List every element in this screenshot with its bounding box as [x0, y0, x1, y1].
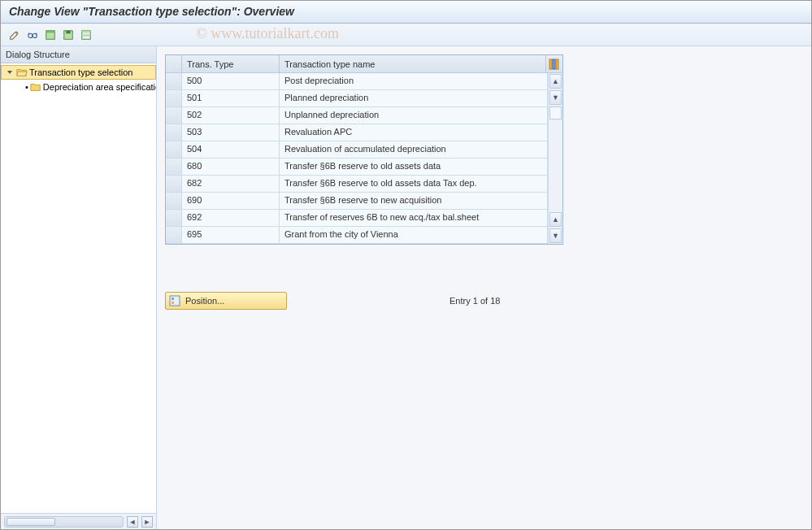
- window-title: Change View "Transaction type selection"…: [1, 1, 811, 24]
- svg-rect-8: [82, 34, 91, 37]
- svg-rect-7: [82, 30, 91, 33]
- cell-trans-type[interactable]: 692: [182, 210, 280, 226]
- table-row[interactable]: 692Transfer of reserves 6B to new acq./t…: [166, 210, 548, 227]
- row-selector[interactable]: [166, 107, 182, 124]
- row-selector[interactable]: [166, 159, 182, 175]
- dialog-structure-tree: Transaction type selection • Depreciatio…: [1, 63, 156, 513]
- cell-trans-name[interactable]: Transfer of reserves 6B to new acq./tax …: [280, 210, 548, 226]
- table-row[interactable]: 501Planned depreciation: [166, 90, 548, 107]
- entry-status: Entry 1 of 18: [449, 296, 500, 306]
- svg-rect-11: [556, 59, 558, 69]
- cell-trans-type[interactable]: 500: [182, 73, 280, 89]
- row-selector[interactable]: [166, 193, 182, 209]
- svg-point-0: [28, 33, 33, 37]
- svg-rect-14: [172, 302, 174, 304]
- select-all-header[interactable]: [166, 55, 182, 72]
- watermark: © www.tutorialkart.com: [196, 25, 339, 42]
- table-row[interactable]: 503Revaluation APC: [166, 124, 548, 141]
- tree-bullet: •: [25, 82, 28, 92]
- scroll-up-button-2[interactable]: ▲: [549, 212, 562, 227]
- svg-rect-9: [549, 59, 552, 69]
- cell-trans-name[interactable]: Unplanned depreciation: [280, 107, 548, 124]
- cell-trans-name[interactable]: Transfer §6B reserve to old assets data: [280, 159, 548, 175]
- table-row[interactable]: 695Grant from the city of Vienna: [166, 227, 548, 244]
- table-row[interactable]: 500Post depreciation: [166, 73, 548, 90]
- folder-icon: [30, 82, 41, 92]
- save-icon[interactable]: [61, 28, 76, 42]
- cell-trans-name[interactable]: Transfer §6B reserve to new acquisition: [280, 193, 548, 209]
- cell-trans-type[interactable]: 680: [182, 159, 280, 175]
- row-selector[interactable]: [166, 227, 182, 243]
- dialog-structure-header: Dialog Structure: [1, 46, 156, 63]
- cell-trans-name[interactable]: Transfer §6B reserve to old assets data …: [280, 176, 548, 192]
- bottom-controls: Position... Entry 1 of 18: [165, 292, 803, 310]
- row-selector[interactable]: [166, 141, 182, 158]
- scroll-left-button[interactable]: ◄: [127, 516, 138, 528]
- tree-node-depreciation-area[interactable]: • Depreciation area specification: [1, 80, 156, 94]
- svg-rect-12: [170, 296, 180, 306]
- svg-rect-13: [172, 298, 174, 300]
- glasses-icon[interactable]: [25, 28, 40, 42]
- svg-rect-5: [66, 30, 70, 33]
- table-vertical-scrollbar: ▲ ▼ ▲ ▼: [548, 73, 562, 244]
- cell-trans-type[interactable]: 501: [182, 90, 280, 106]
- select-block-icon[interactable]: [79, 28, 93, 42]
- change-icon[interactable]: [7, 28, 22, 42]
- svg-rect-10: [553, 59, 555, 69]
- position-icon: [169, 295, 180, 306]
- row-selector[interactable]: [166, 73, 182, 89]
- transaction-type-table: Trans. Type Transaction type name 500Pos…: [165, 54, 563, 245]
- table-row[interactable]: 504Revaluation of accumulated depreciati…: [166, 141, 548, 159]
- scrollbar-track[interactable]: [4, 516, 124, 528]
- select-all-icon[interactable]: [43, 28, 58, 42]
- cell-trans-name[interactable]: Revaluation of accumulated depreciation: [280, 141, 548, 158]
- main-area: Dialog Structure Transaction type select…: [1, 46, 811, 529]
- dialog-structure-panel: Dialog Structure Transaction type select…: [1, 46, 157, 529]
- expand-icon[interactable]: [5, 67, 15, 77]
- row-selector[interactable]: [166, 210, 182, 226]
- table-config-button[interactable]: [546, 55, 562, 72]
- table-row[interactable]: 502Unplanned depreciation: [166, 107, 548, 124]
- position-button-label: Position...: [185, 296, 224, 306]
- table-row[interactable]: 682Transfer §6B reserve to old assets da…: [166, 176, 548, 193]
- cell-trans-name[interactable]: Grant from the city of Vienna: [280, 227, 548, 243]
- tree-node-transaction-type-selection[interactable]: Transaction type selection: [1, 65, 156, 80]
- scroll-right-button[interactable]: ►: [141, 516, 153, 528]
- row-selector[interactable]: [166, 90, 182, 106]
- table-row[interactable]: 690Transfer §6B reserve to new acquisiti…: [166, 193, 548, 210]
- svg-rect-3: [46, 30, 55, 33]
- scroll-up-button[interactable]: ▲: [549, 74, 562, 89]
- row-selector[interactable]: [166, 124, 182, 141]
- col-header-trans-name[interactable]: Transaction type name: [280, 55, 546, 72]
- scroll-down-button-2[interactable]: ▼: [549, 228, 562, 243]
- toolbar: © www.tutorialkart.com: [1, 24, 811, 46]
- tree-node-label: Transaction type selection: [29, 67, 132, 77]
- table-header-row: Trans. Type Transaction type name: [166, 55, 562, 73]
- cell-trans-type[interactable]: 682: [182, 176, 280, 192]
- scroll-track[interactable]: [549, 120, 562, 211]
- cell-trans-name[interactable]: Revaluation APC: [280, 124, 548, 141]
- tree-node-label: Depreciation area specification: [43, 82, 156, 92]
- content-area: Trans. Type Transaction type name 500Pos…: [157, 46, 811, 529]
- col-header-trans-type[interactable]: Trans. Type: [182, 55, 280, 72]
- cell-trans-type[interactable]: 503: [182, 124, 280, 141]
- table-row[interactable]: 680Transfer §6B reserve to old assets da…: [166, 159, 548, 176]
- folder-open-icon: [16, 67, 28, 77]
- position-button[interactable]: Position...: [165, 292, 287, 310]
- scrollbar-thumb[interactable]: [7, 518, 55, 526]
- cell-trans-type[interactable]: 690: [182, 193, 280, 209]
- cell-trans-type[interactable]: 504: [182, 141, 280, 158]
- scroll-down-button[interactable]: ▼: [549, 90, 562, 105]
- cell-trans-name[interactable]: Post depreciation: [280, 73, 548, 89]
- tree-horizontal-scrollbar: ◄ ►: [1, 513, 156, 529]
- cell-trans-name[interactable]: Planned depreciation: [280, 90, 548, 106]
- scroll-thumb-box[interactable]: [549, 106, 562, 119]
- svg-point-1: [33, 33, 37, 37]
- row-selector[interactable]: [166, 176, 182, 192]
- cell-trans-type[interactable]: 695: [182, 227, 280, 243]
- cell-trans-type[interactable]: 502: [182, 107, 280, 124]
